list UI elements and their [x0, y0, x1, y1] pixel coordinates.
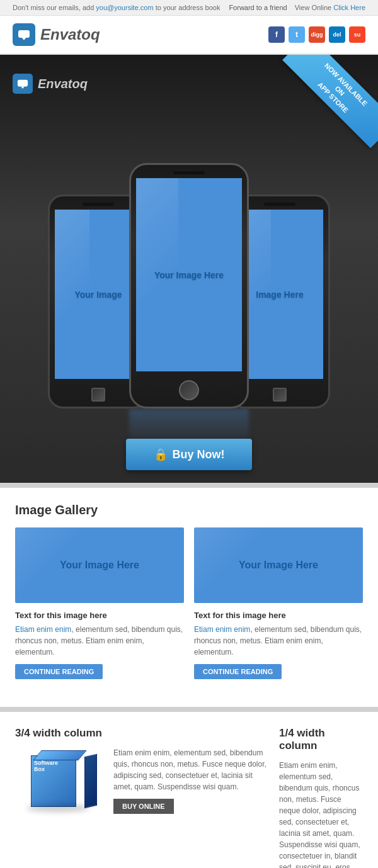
buy-now-label: Buy Now!	[173, 448, 225, 461]
lock-icon: 🔒	[154, 448, 168, 461]
phone-side-btn-left	[91, 388, 105, 402]
product-row: SoftwareBox Etiam enim enim, elementum s…	[15, 747, 266, 814]
left-column: 3/4 width column SoftwareBox	[15, 727, 266, 868]
twitter-icon[interactable]: t	[289, 26, 305, 43]
product-description: Etiam enim enim, elementum sed, bibendum…	[113, 747, 266, 814]
gallery-image-2: Your Image Here	[194, 527, 363, 603]
click-here-link[interactable]: Click Here	[333, 4, 365, 11]
gallery-image-text-2: Your Image Here	[239, 560, 318, 571]
product-body-text: Etiam enim enim, elementum sed, bibendum…	[113, 747, 266, 792]
hero-logo-text: Envatoq	[38, 77, 88, 91]
buy-btn-wrap: 🔒 Buy Now!	[126, 439, 252, 470]
phone-speaker-center	[173, 171, 205, 174]
box-side	[84, 754, 97, 808]
phones-container: Your Image Your Image Here Image Here	[13, 106, 365, 409]
phone-speaker-right	[264, 203, 295, 206]
phone-center: Your Image Here	[129, 163, 249, 409]
phone-speaker	[83, 203, 114, 206]
gallery-item-title-2: Text for this image here	[194, 611, 363, 620]
gallery-item-body-2: Etiam enim enim, elementum sed, bibendum…	[194, 624, 363, 658]
phone-screen-center: Your Image Here	[136, 178, 242, 371]
phone-screen-text-right: Image Here	[256, 290, 303, 300]
gallery-item-body-1: Etiam enim enim, elementum sed, bibendum…	[15, 624, 184, 658]
buy-now-button[interactable]: 🔒 Buy Now!	[126, 439, 252, 470]
gallery-item-1: Your Image Here Text for this image here…	[15, 527, 184, 679]
header: Envatoq f t digg del su	[0, 16, 378, 55]
product-image: SoftwareBox	[15, 747, 103, 810]
logo-icon	[13, 23, 35, 46]
phone-side-btn-right	[273, 388, 287, 402]
continue-reading-btn-2[interactable]: CONTINUE READING	[194, 664, 282, 679]
email-link[interactable]: you@yoursite.com	[96, 4, 153, 11]
continue-reading-btn-1[interactable]: CONTINUE READING	[15, 664, 103, 679]
gallery-item-2: Your Image Here Text for this image here…	[194, 527, 363, 679]
svg-marker-1	[22, 38, 26, 40]
right-column: 1/4 width column Etiam enim enim, elemen…	[279, 727, 363, 868]
gallery-image-1: Your Image Here	[15, 527, 184, 603]
digg-icon[interactable]: digg	[309, 26, 325, 43]
gallery-title: Image Gallery	[15, 503, 363, 517]
box-top	[33, 750, 86, 760]
left-col-title: 3/4 width column	[15, 727, 266, 740]
gallery-item-title-1: Text for this image here	[15, 611, 184, 620]
hero-logo-icon	[13, 74, 33, 94]
gallery-item-link-2[interactable]: Etiam enim enim	[194, 625, 250, 634]
facebook-icon[interactable]: f	[268, 26, 285, 43]
delicious-icon[interactable]: del	[329, 26, 345, 43]
two-col-row: 3/4 width column SoftwareBox	[15, 727, 363, 868]
svg-rect-2	[18, 80, 28, 87]
top-bar: Don't miss our emails, add you@yoursite.…	[0, 0, 378, 16]
svg-rect-0	[18, 30, 30, 38]
gallery-item-link-1[interactable]: Etiam enim enim	[15, 625, 71, 634]
box-front: SoftwareBox	[31, 755, 76, 807]
gallery-image-text-1: Your Image Here	[60, 560, 139, 571]
phone-home-btn	[179, 380, 199, 400]
logo-text: Envatoq	[40, 26, 100, 43]
social-icons: f t digg del su	[268, 26, 365, 43]
hero-section: Envatoq NOW AVAILABLE ON APP STORE Your …	[0, 55, 378, 483]
gallery-section: Image Gallery Your Image Here Text for t…	[0, 488, 378, 707]
logo: Envatoq	[13, 23, 100, 46]
buy-online-button[interactable]: BUY ONLINE	[113, 799, 174, 814]
phone-screen-text-left: Your Image	[74, 290, 122, 300]
right-col-text: Etiam enim enim, elementum sed, bibendum…	[279, 760, 363, 868]
forward-link[interactable]: Forward to a friend	[229, 4, 287, 11]
phone-screen-right: Image Here	[236, 210, 323, 379]
phone-screen-text-center: Your Image Here	[154, 270, 224, 280]
right-col-title: 1/4 width column	[279, 727, 363, 752]
stumbleupon-icon[interactable]: su	[349, 26, 365, 43]
top-bar-left: Don't miss our emails, add you@yoursite.…	[13, 4, 220, 11]
gallery-grid: Your Image Here Text for this image here…	[15, 527, 363, 679]
box-shadow	[26, 804, 89, 812]
software-box-illustration: SoftwareBox	[21, 750, 97, 807]
two-col-section: 3/4 width column SoftwareBox	[0, 712, 378, 868]
svg-marker-3	[21, 87, 24, 89]
top-bar-right: Forward to a friend View Online Click He…	[229, 4, 365, 11]
